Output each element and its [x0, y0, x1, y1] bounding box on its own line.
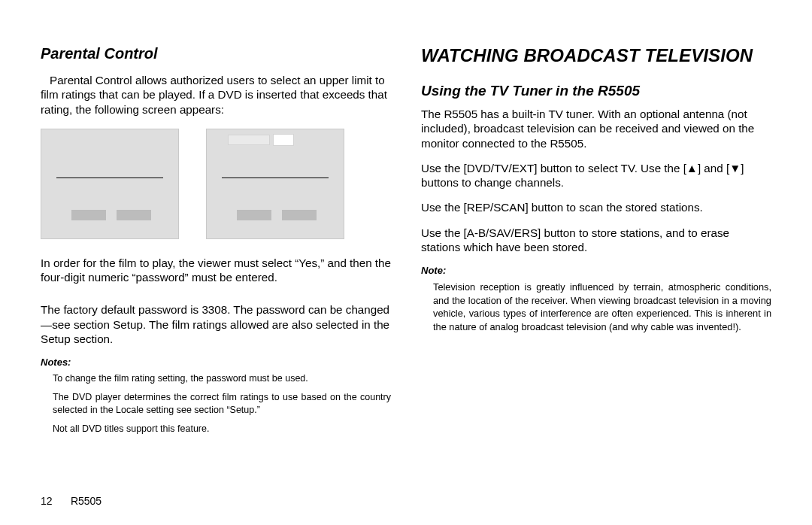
- text-part: ] and [: [698, 162, 729, 174]
- page-footer: 12 R5505: [41, 495, 102, 507]
- dialog-button-placeholder: [71, 210, 106, 220]
- dialog-divider: [56, 178, 163, 178]
- tv-tuner-scan: Use the [REP/SCAN] button to scan the st…: [421, 200, 771, 214]
- tv-tuner-store-erase: Use the [A-B/SAV/ERS] button to store st…: [421, 226, 771, 255]
- note-locale: The DVD player determines the correct fi…: [53, 391, 391, 417]
- right-column: WATCHING BROADCAST TELEVISION Using the …: [421, 45, 771, 442]
- parental-control-heading: Parental Control: [41, 45, 391, 62]
- notes-label: Notes:: [41, 357, 391, 368]
- tv-tuner-subheading: Using the TV Tuner in the R5505: [421, 83, 771, 99]
- dialog-button-placeholder: [282, 210, 317, 220]
- model-label: R5505: [71, 495, 102, 507]
- screens-row: [41, 129, 391, 239]
- parental-control-intro: Parental Control allows authorized users…: [41, 73, 391, 117]
- parental-control-password-paragraph: The factory default password is 3308. Th…: [41, 302, 391, 346]
- parental-control-yes-paragraph: In order for the film to play, the viewe…: [41, 256, 391, 285]
- watching-broadcast-heading: WATCHING BROADCAST TELEVISION: [421, 45, 771, 66]
- dialog-button-placeholder: [237, 210, 271, 220]
- tv-tuner-intro: The R5505 has a built-in TV tuner. With …: [421, 107, 771, 150]
- note-not-all-titles: Not all DVD titles support this feature.: [53, 423, 391, 435]
- text-part: Use the [DVD/TV/EXT] button to select TV…: [421, 162, 686, 174]
- dialog-label-placeholder: [228, 135, 270, 145]
- down-arrow-icon: ▼: [729, 162, 741, 174]
- note-reception: Television reception is greatly influenc…: [433, 281, 771, 333]
- dialog-yes-box: [273, 134, 294, 146]
- manual-page: Parental Control Parental Control allows…: [0, 0, 812, 525]
- up-arrow-icon: ▲: [686, 162, 698, 174]
- note-change-rating: To change the film rating setting, the p…: [53, 372, 391, 385]
- page-number: 12: [41, 495, 68, 507]
- dialog-screenshot-1: [41, 129, 179, 239]
- dialog-divider: [222, 178, 329, 178]
- dialog-button-placeholder: [117, 210, 151, 220]
- left-column: Parental Control Parental Control allows…: [41, 45, 391, 442]
- two-column-layout: Parental Control Parental Control allows…: [41, 45, 771, 442]
- dialog-screenshot-2: [206, 129, 344, 239]
- tv-tuner-buttons: Use the [DVD/TV/EXT] button to select TV…: [421, 161, 771, 190]
- note-label: Note:: [421, 265, 771, 276]
